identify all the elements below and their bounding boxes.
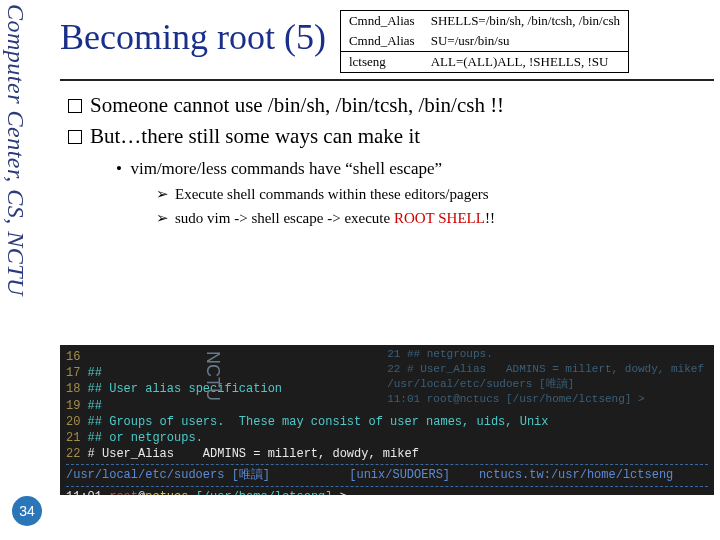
ghost-watermark: NCTU <box>202 351 223 401</box>
line-number: 22 <box>66 447 80 461</box>
sidebar-org-label: Computer Center, CS, NCTU <box>2 4 29 296</box>
line-number: 17 <box>66 366 80 380</box>
prompt-line: 11:01 root@nctucs [/usr/home/lctseng] > <box>66 489 708 496</box>
title-divider <box>60 79 714 81</box>
sub-bullet: • vim/more/less commands have “shell esc… <box>116 159 714 179</box>
line-number: 21 <box>66 431 80 445</box>
status-mid: [unix/SUDOERS] <box>349 468 450 482</box>
status-left: /usr/local/etc/sudoers [唯讀] <box>66 468 270 482</box>
config-cell: SU=/usr/bin/su <box>423 31 629 52</box>
line-number: 16 <box>66 350 80 364</box>
config-cell: Cmnd_Alias <box>340 11 422 32</box>
terminal-screenshot: NCTU 21 ## netgroups. 22 # User_Alias AD… <box>60 345 714 495</box>
line-number: 20 <box>66 415 80 429</box>
page-number-badge: 34 <box>12 496 42 526</box>
line-number: 18 <box>66 382 80 396</box>
terminal-divider <box>66 464 708 465</box>
bullet-list: Someone cannot use /bin/sh, /bin/tcsh, /… <box>68 93 714 227</box>
terminal-divider <box>66 486 708 487</box>
sub-sub-bullet: ➢Execute shell commands within these edi… <box>156 185 714 203</box>
slide-title: Becoming root (5) <box>60 10 326 58</box>
config-cell: SHELLS=/bin/sh, /bin/tcsh, /bin/csh <box>423 11 629 32</box>
sudo-config-table: Cmnd_Alias SHELLS=/bin/sh, /bin/tcsh, /b… <box>340 10 629 73</box>
triangle-bullet-icon: ➢ <box>156 209 169 226</box>
checkbox-bullet-icon <box>68 99 82 113</box>
config-cell: lctseng <box>340 52 422 73</box>
sub-sub-bullet: ➢sudo vim -> shell escape -> execute ROO… <box>156 209 714 227</box>
bullet-item: Someone cannot use /bin/sh, /bin/tcsh, /… <box>68 93 714 118</box>
bullet-item: But…there still some ways can make it <box>68 124 714 149</box>
config-cell: ALL=(ALL)ALL, !SHELLS, !SU <box>423 52 629 73</box>
slide-content: Becoming root (5) Cmnd_Alias SHELLS=/bin… <box>60 10 714 227</box>
line-number: 19 <box>66 399 80 413</box>
config-cell: Cmnd_Alias <box>340 31 422 52</box>
ghost-overlay-text: 21 ## netgroups. 22 # User_Alias ADMINS … <box>387 347 704 406</box>
triangle-bullet-icon: ➢ <box>156 185 169 202</box>
checkbox-bullet-icon <box>68 130 82 144</box>
status-right: nctucs.tw:/usr/home/lctseng <box>479 468 673 482</box>
emphasis-root-shell: ROOT SHELL <box>394 210 485 226</box>
